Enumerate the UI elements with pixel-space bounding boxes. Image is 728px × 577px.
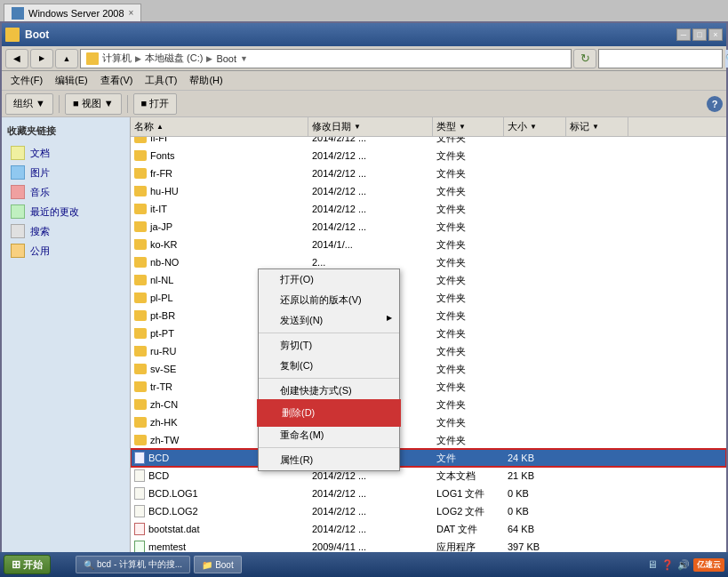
menu-edit[interactable]: 编辑(E)	[50, 72, 93, 89]
sidebar-music-label: 音乐	[30, 186, 50, 199]
taskbar-folder-icon: 📁	[202, 560, 212, 570]
sidebar-item-search[interactable]: 搜索	[7, 221, 124, 241]
taskbar-item-search[interactable]: 🔍 bcd - 计算机 中的搜...	[76, 556, 190, 573]
context-menu-item[interactable]: 属性(R)	[259, 450, 399, 470]
file-size: 24 KB	[508, 453, 570, 463]
tab-windows-server[interactable]: Windows Server 2008 ×	[4, 4, 141, 21]
file-type: 文件夹	[436, 220, 508, 234]
file-type: 文件夹	[436, 292, 508, 305]
forward-button[interactable]: ▶	[30, 49, 53, 68]
table-row[interactable]: ja-JP 2014/2/12 ... 文件夹	[131, 218, 726, 236]
table-row[interactable]: sv-SE 2... 文件夹	[131, 360, 726, 378]
context-menu-item[interactable]: 打开(O)	[259, 269, 399, 290]
menu-file[interactable]: 文件(F)	[5, 72, 48, 89]
address-folder-icon	[86, 52, 99, 65]
file-icon-sm	[134, 487, 145, 500]
pictures-icon	[11, 165, 25, 180]
table-row[interactable]: BCD.LOG1 2014/2/12 ... LOG1 文件 0 KB	[131, 485, 726, 502]
file-date: 2014/2/12 ...	[312, 470, 436, 481]
context-menu-separator	[259, 333, 399, 333]
table-row[interactable]: zh-CN 2... 文件夹	[131, 396, 726, 413]
file-name: Fonts	[150, 150, 175, 161]
start-button[interactable]: ⊞ 开始	[4, 555, 51, 574]
table-row[interactable]: ru-RU 2... 文件夹	[131, 342, 726, 360]
table-row[interactable]: zh-HK 2... 文件夹	[131, 413, 726, 431]
close-button[interactable]: ×	[708, 28, 723, 41]
taskbar: ⊞ 开始 🔍 bcd - 计算机 中的搜... 📁 Boot 🖥 ❓ 🔊 亿速云	[0, 552, 728, 577]
table-row[interactable]: fr-FR 2014/2/12 ... 文件夹	[131, 164, 726, 182]
table-row[interactable]: BCD 2014/2/12 ... 文本文档 21 KB	[131, 467, 726, 485]
sidebar-item-documents[interactable]: 文档	[7, 143, 124, 163]
menu-view[interactable]: 查看(V)	[95, 72, 139, 89]
menu-tools[interactable]: 工具(T)	[140, 72, 182, 89]
file-size: 0 KB	[508, 488, 570, 499]
sort-arrow-type: ▼	[459, 123, 466, 131]
search-input[interactable]	[603, 53, 725, 64]
table-row[interactable]: pt-BR 2... 文件夹	[131, 307, 726, 325]
table-row[interactable]: nl-NL 2... 文件夹	[131, 271, 726, 289]
taskbar-item-boot[interactable]: 📁 Boot	[194, 556, 242, 573]
taskbar-right: 🖥 ❓ 🔊 亿速云	[647, 558, 724, 572]
back-button[interactable]: ◀	[5, 49, 28, 68]
file-date: 2014/2/12 ...	[312, 221, 436, 232]
file-type: 文件夹	[436, 137, 508, 145]
table-row[interactable]: BCD 2014/2/12 ... 文件 24 KB	[131, 449, 726, 467]
table-row[interactable]: pt-PT 2... 文件夹	[131, 325, 726, 342]
table-row[interactable]: Fonts 2014/2/12 ... 文件夹	[131, 147, 726, 164]
table-row[interactable]: tr-TR 2... 文件夹	[131, 378, 726, 396]
col-header-name[interactable]: 名称 ▲	[131, 117, 308, 136]
search-box[interactable]: 🔍	[598, 49, 723, 68]
context-menu-item[interactable]: 创建快捷方式(S)	[259, 381, 399, 401]
folder-icon-sm	[134, 204, 147, 214]
folder-icon-sm	[134, 399, 147, 410]
table-row[interactable]: pl-PL 2... 文件夹	[131, 289, 726, 307]
table-row[interactable]: fi-FI 2014/2/12 ... 文件夹	[131, 137, 726, 147]
context-menu-item[interactable]: 剪切(T)	[259, 335, 399, 356]
table-row[interactable]: zh-TW 2... 文件夹	[131, 431, 726, 449]
tab-close-btn[interactable]: ×	[129, 8, 134, 18]
col-header-date[interactable]: 修改日期 ▼	[308, 117, 433, 136]
organize-button[interactable]: 组织 ▼	[5, 93, 53, 115]
views-button[interactable]: ■ 视图 ▼	[65, 93, 122, 115]
refresh-button[interactable]: ↻	[573, 49, 596, 68]
folder-icon-sm	[134, 186, 147, 196]
help-button[interactable]: ?	[707, 96, 723, 112]
address-box[interactable]: 计算机 ▶ 本地磁盘 (C:) ▶ Boot ▼	[80, 49, 572, 68]
file-name: pt-BR	[150, 310, 175, 321]
open-button[interactable]: ■ 打开	[133, 93, 178, 115]
context-menu-separator	[259, 447, 399, 448]
maximize-button[interactable]: □	[692, 28, 707, 41]
context-menu-item[interactable]: 重命名(M)	[259, 425, 399, 445]
question-icon: ❓	[661, 559, 674, 571]
window-controls: ─ □ ×	[676, 28, 723, 41]
table-row[interactable]: nb-NO 2... 文件夹	[131, 253, 726, 271]
sidebar-item-pictures[interactable]: 图片	[7, 163, 124, 182]
minimize-button[interactable]: ─	[676, 28, 691, 41]
file-date: 2...	[312, 257, 436, 268]
context-menu-sendto[interactable]: 发送到(N)	[259, 310, 399, 331]
table-row[interactable]: BCD.LOG2 2014/2/12 ... LOG2 文件 0 KB	[131, 502, 726, 520]
sidebar-item-music[interactable]: 音乐	[7, 182, 124, 202]
sidebar-item-public[interactable]: 公用	[7, 241, 124, 260]
folder-icon-sm	[134, 150, 147, 161]
folder-icon-sm	[134, 328, 147, 339]
table-row[interactable]: bootstat.dat 2014/2/12 ... DAT 文件 64 KB	[131, 520, 726, 538]
context-menu-item[interactable]: 还原以前的版本(V)	[259, 290, 399, 310]
file-type: 文件夹	[436, 274, 508, 287]
sidebar-item-recent[interactable]: 最近的更改	[7, 202, 124, 221]
col-header-tag[interactable]: 标记 ▼	[566, 117, 628, 136]
menu-help[interactable]: 帮助(H)	[184, 72, 228, 89]
table-row[interactable]: ko-KR 2014/1/... 文件夹	[131, 236, 726, 253]
sidebar: 收藏夹链接 文档 图片 音乐 最近的更改 搜索	[2, 117, 131, 556]
recent-icon	[11, 204, 25, 219]
col-header-size[interactable]: 大小 ▼	[504, 117, 566, 136]
context-menu-delete[interactable]: 删除(D)	[259, 401, 399, 425]
file-type: 文件夹	[436, 434, 508, 447]
up-button[interactable]: ▲	[55, 49, 78, 68]
table-row[interactable]: it-IT 2014/2/12 ... 文件夹	[131, 200, 726, 218]
context-menu-item[interactable]: 复制(C)	[259, 356, 399, 376]
file-icon-sm	[134, 541, 145, 553]
address-arrow-1: ▶	[135, 54, 141, 63]
col-header-type[interactable]: 类型 ▼	[433, 117, 504, 136]
table-row[interactable]: hu-HU 2014/2/12 ... 文件夹	[131, 182, 726, 200]
